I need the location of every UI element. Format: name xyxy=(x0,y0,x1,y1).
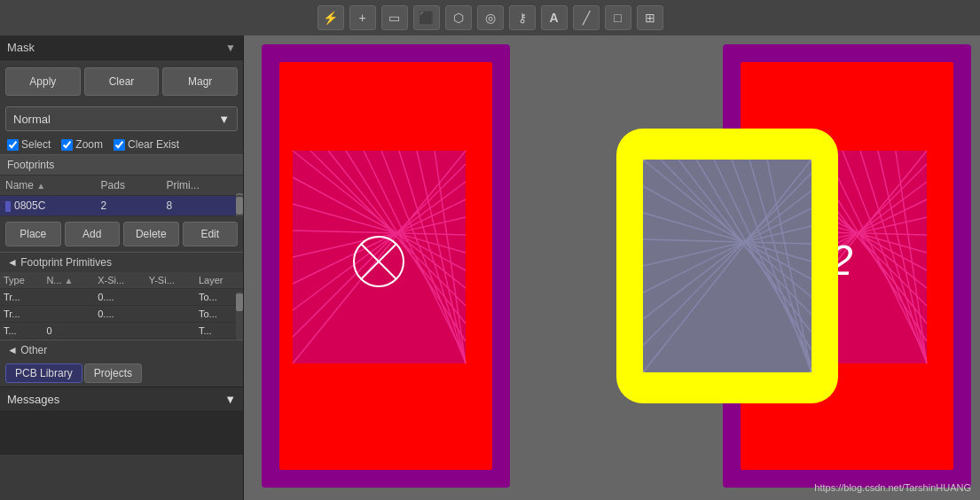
filter-icon[interactable]: ⚡ xyxy=(318,5,344,30)
zoom-checkbox[interactable] xyxy=(61,139,73,151)
key-icon[interactable]: ⚷ xyxy=(509,5,536,30)
messages-arrow-icon: ▼ xyxy=(224,393,236,406)
footprints-header: Footprints xyxy=(0,154,243,176)
add-fp-button[interactable]: Add xyxy=(65,222,121,246)
bitmap-icon[interactable]: ⊞ xyxy=(637,5,663,30)
select-checkbox-item: Select xyxy=(7,138,51,151)
mode-dropdown[interactable]: Normal ▼ xyxy=(5,106,238,131)
messages-header[interactable]: Messages ▼ xyxy=(0,387,243,410)
tabs-row: PCB Library Projects xyxy=(0,360,243,387)
clear-exist-checkbox-item: Clear Exist xyxy=(114,138,179,151)
fp-actions: Place Add Delete Edit xyxy=(0,216,243,252)
col-name[interactable]: Name ▲ xyxy=(0,176,96,196)
footprints-table: Name ▲ Pads Primi... 0805C 2 8 xyxy=(0,176,243,216)
canvas-area[interactable]: 2 https://blog. xyxy=(244,35,980,500)
dropdown-arrow-icon: ▼ xyxy=(218,113,230,126)
prim-col-layer[interactable]: Layer xyxy=(195,272,243,289)
select-checkbox[interactable] xyxy=(7,139,19,151)
text-icon[interactable]: A xyxy=(541,5,568,30)
clear-exist-checkbox[interactable] xyxy=(114,139,125,151)
mode-dropdown-row: Normal ▼ xyxy=(0,103,243,135)
col-primit[interactable]: Primi... xyxy=(161,176,243,196)
cell-primit: 8 xyxy=(161,196,243,216)
rect-icon[interactable]: ▭ xyxy=(381,5,408,30)
zoom-label: Zoom xyxy=(75,138,103,151)
other-section: ◄ Other xyxy=(0,340,243,360)
url-text: https://blog.csdn.net/TarshinHUANG xyxy=(814,482,971,493)
edit-button[interactable]: Edit xyxy=(183,222,239,246)
line-icon[interactable]: ╱ xyxy=(573,5,600,30)
table-row[interactable]: Tr... 0.... To... xyxy=(0,306,243,323)
primitives-header[interactable]: ◄ Footprint Primitives xyxy=(0,252,243,272)
circle-icon[interactable]: ◎ xyxy=(477,5,504,30)
top-toolbar: ⚡ + ▭ ⬛ ⬡ ◎ ⚷ A ╱ □ ⊞ xyxy=(0,0,980,35)
col-pads[interactable]: Pads xyxy=(96,176,161,196)
panel-header: Mask ▼ xyxy=(0,35,243,60)
add-icon[interactable]: + xyxy=(349,5,376,30)
mask-icon[interactable]: □ xyxy=(605,5,631,30)
prim-col-xsize[interactable]: X-Si... xyxy=(94,272,145,289)
chart-icon[interactable]: ⬛ xyxy=(413,5,440,30)
mode-label: Normal xyxy=(13,113,51,126)
cell-name: 0805C xyxy=(0,196,96,216)
prim-col-num[interactable]: N... ▲ xyxy=(43,272,94,289)
table-row[interactable]: 0805C 2 8 xyxy=(0,196,243,216)
delete-button[interactable]: Delete xyxy=(123,222,179,246)
clear-button[interactable]: Clear xyxy=(84,67,160,96)
messages-content xyxy=(0,410,243,455)
pcb-canvas: 2 https://blog. xyxy=(244,35,980,500)
tab-projects[interactable]: Projects xyxy=(84,363,142,383)
primitives-table: Type N... ▲ X-Si... Y-Si... Layer Tr... … xyxy=(0,272,243,340)
clear-exist-label: Clear Exist xyxy=(128,138,179,151)
footprints-table-container: Name ▲ Pads Primi... 0805C 2 8 xyxy=(0,176,243,216)
panel-title: Mask xyxy=(7,41,35,54)
panel-arrow-icon: ▼ xyxy=(225,42,236,54)
tab-pcb-library[interactable]: PCB Library xyxy=(5,363,82,383)
table-row[interactable]: Tr... 0.... To... xyxy=(0,289,243,306)
prim-col-type[interactable]: Type xyxy=(0,272,43,289)
primitives-table-container: Type N... ▲ X-Si... Y-Si... Layer Tr... … xyxy=(0,272,243,340)
left-panel: Mask ▼ Apply Clear Magr Normal ▼ Select … xyxy=(0,35,244,500)
zoom-checkbox-item: Zoom xyxy=(61,138,103,151)
place-button[interactable]: Place xyxy=(5,222,61,246)
pcb-visualization: 2 xyxy=(244,35,980,500)
main-content: Mask ▼ Apply Clear Magr Normal ▼ Select … xyxy=(0,35,980,500)
checkboxes-row: Select Zoom Clear Exist xyxy=(0,135,243,154)
messages-title: Messages xyxy=(7,393,59,406)
select-label: Select xyxy=(21,138,51,151)
table-row[interactable]: T... 0 T... xyxy=(0,323,243,340)
prim-col-ysize[interactable]: Y-Si... xyxy=(145,272,195,289)
messages-panel: Messages ▼ xyxy=(0,387,243,455)
magr-button[interactable]: Magr xyxy=(162,67,238,96)
route-icon[interactable]: ⬡ xyxy=(445,5,472,30)
apply-button[interactable]: Apply xyxy=(5,67,81,96)
action-buttons: Apply Clear Magr xyxy=(0,60,243,103)
cell-pads: 2 xyxy=(96,196,161,216)
